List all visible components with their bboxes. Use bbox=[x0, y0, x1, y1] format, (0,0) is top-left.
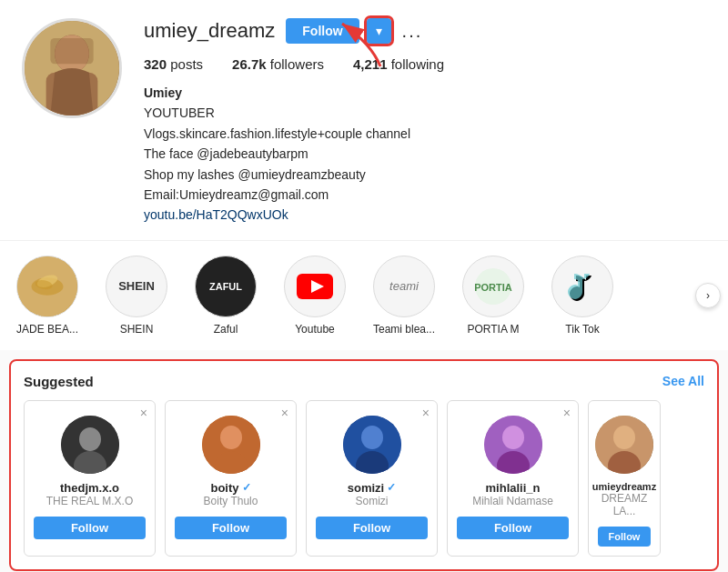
highlight-circle-shein: SHEIN bbox=[106, 256, 167, 317]
svg-point-18 bbox=[220, 426, 242, 449]
highlight-item[interactable]: SHEIN SHEIN bbox=[100, 256, 173, 336]
card-username-boity: boity ✓ bbox=[210, 481, 250, 495]
card-close-button[interactable]: × bbox=[281, 406, 288, 419]
card-avatar bbox=[484, 416, 542, 474]
suggested-card: umieydreamz DREAMZ LA... Follow bbox=[588, 400, 661, 557]
suggested-card: × boity ✓ Boity Thulo Follow bbox=[165, 400, 297, 557]
card-close-button[interactable]: × bbox=[563, 406, 571, 419]
bio-line1: Vlogs.skincare.fashion.lifestyle+couple … bbox=[144, 124, 706, 144]
card-avatar bbox=[343, 416, 401, 474]
follow-main-button[interactable]: Follow bbox=[286, 18, 359, 44]
highlight-item[interactable]: teami Teami blea... bbox=[368, 256, 440, 336]
follow-umiey-button[interactable]: Follow bbox=[598, 527, 651, 547]
chevron-down-icon: ▾ bbox=[376, 24, 382, 38]
card-display-mihlali: Mihlali Ndamase bbox=[472, 495, 553, 507]
bio-tagline: YOUTUBER bbox=[144, 103, 706, 123]
svg-point-27 bbox=[613, 426, 635, 449]
follow-thedjm-button[interactable]: Follow bbox=[34, 517, 146, 539]
highlight-item[interactable]: Youtube bbox=[278, 256, 351, 336]
card-username-thedjm: thedjm.x.o bbox=[60, 481, 119, 495]
highlight-label-portia: PORTIA M bbox=[457, 323, 530, 336]
followers-stat[interactable]: 26.7k followers bbox=[232, 56, 324, 72]
bio-link[interactable]: youtu.be/HaT2QQwxUOk bbox=[144, 207, 288, 222]
dropdown-button[interactable]: ▾ bbox=[367, 18, 391, 44]
svg-rect-4 bbox=[50, 38, 93, 64]
profile-username: umiey_dreamz bbox=[144, 19, 275, 43]
bio-name: Umiey bbox=[144, 83, 706, 103]
highlight-item[interactable]: Tik Tok bbox=[546, 256, 619, 336]
highlight-circle-tiktok bbox=[551, 256, 613, 317]
highlight-label-youtube: Youtube bbox=[278, 323, 351, 336]
suggested-cards: × thedjm.x.o THE REAL M.X.O Follow × bbox=[24, 400, 704, 557]
highlight-label-tiktok: Tik Tok bbox=[546, 323, 619, 336]
card-avatar bbox=[61, 416, 119, 474]
suggested-title: Suggested bbox=[24, 374, 94, 389]
highlight-label-shein: SHEIN bbox=[100, 323, 173, 336]
highlight-circle-teami: teami bbox=[373, 256, 435, 317]
verified-icon-boity: ✓ bbox=[242, 481, 251, 494]
highlights-section: JADE BEA... SHEIN SHEIN ZAFUL Zaful Yout… bbox=[0, 240, 728, 350]
card-display-umiey: DREAMZ LA... bbox=[598, 492, 651, 517]
bio-line4: Email:Umieydreamz@gmail.com bbox=[144, 185, 706, 205]
suggested-section: Suggested See All × thedjm.x.o THE REAL … bbox=[9, 359, 719, 571]
suggested-header: Suggested See All bbox=[24, 374, 704, 389]
bio-line3: Shop my lashes @umieydreamzbeauty bbox=[144, 165, 706, 185]
card-display-somizi: Somizi bbox=[355, 495, 388, 507]
svg-text:PORTIA: PORTIA bbox=[474, 282, 512, 293]
following-stat[interactable]: 4,211 following bbox=[353, 56, 444, 72]
highlight-item[interactable]: ZAFUL Zaful bbox=[189, 256, 262, 336]
see-all-link[interactable]: See All bbox=[662, 374, 704, 388]
stats-row: 320 posts 26.7k followers 4,211 followin… bbox=[144, 56, 706, 72]
highlight-item[interactable]: JADE BEA... bbox=[11, 256, 84, 336]
svg-point-24 bbox=[502, 426, 524, 449]
card-display-boity: Boity Thulo bbox=[204, 495, 258, 507]
suggested-card: × somizi ✓ Somizi Follow bbox=[306, 400, 438, 557]
highlight-circle-zaful: ZAFUL bbox=[195, 256, 257, 317]
suggested-card: × mihlalii_n Mihlali Ndamase Follow bbox=[447, 400, 579, 557]
follow-mihlali-button[interactable]: Follow bbox=[457, 517, 569, 539]
card-avatar bbox=[202, 416, 260, 474]
card-username-somizi: somizi ✓ bbox=[348, 481, 396, 495]
highlight-circle-jade bbox=[16, 256, 78, 317]
highlights-next-button[interactable]: › bbox=[695, 283, 721, 308]
bio-block: Umiey YOUTUBER Vlogs.skincare.fashion.li… bbox=[144, 83, 706, 226]
highlight-item[interactable]: PORTIA PORTIA M bbox=[457, 256, 530, 336]
suggested-card: × thedjm.x.o THE REAL M.X.O Follow bbox=[24, 400, 156, 557]
highlights-scroll: JADE BEA... SHEIN SHEIN ZAFUL Zaful Yout… bbox=[11, 256, 717, 343]
avatar[interactable] bbox=[22, 18, 122, 118]
highlight-circle-portia: PORTIA bbox=[462, 256, 524, 317]
bio-line2: The face @jadebeautybarpm bbox=[144, 144, 706, 164]
card-username-mihlali: mihlalii_n bbox=[486, 481, 541, 495]
more-options-button[interactable]: ... bbox=[399, 21, 427, 42]
posts-stat[interactable]: 320 posts bbox=[144, 56, 203, 72]
card-close-button[interactable]: × bbox=[140, 406, 147, 419]
highlight-label-zaful: Zaful bbox=[189, 323, 262, 336]
card-display-thedjm: THE REAL M.X.O bbox=[46, 495, 134, 507]
verified-icon-somizi: ✓ bbox=[387, 481, 396, 494]
card-avatar bbox=[595, 416, 653, 474]
card-username-umiey: umieydreamz bbox=[592, 481, 656, 492]
highlight-label-teami: Teami blea... bbox=[368, 323, 440, 336]
highlight-label-jade: JADE BEA... bbox=[11, 323, 84, 336]
svg-point-21 bbox=[361, 426, 383, 449]
follow-somizi-button[interactable]: Follow bbox=[316, 517, 428, 539]
card-close-button[interactable]: × bbox=[422, 406, 430, 419]
profile-section: umiey_dreamz Follow ▾ bbox=[0, 0, 728, 240]
svg-point-15 bbox=[79, 427, 101, 451]
follow-boity-button[interactable]: Follow bbox=[175, 517, 287, 539]
highlight-circle-youtube bbox=[284, 256, 346, 317]
